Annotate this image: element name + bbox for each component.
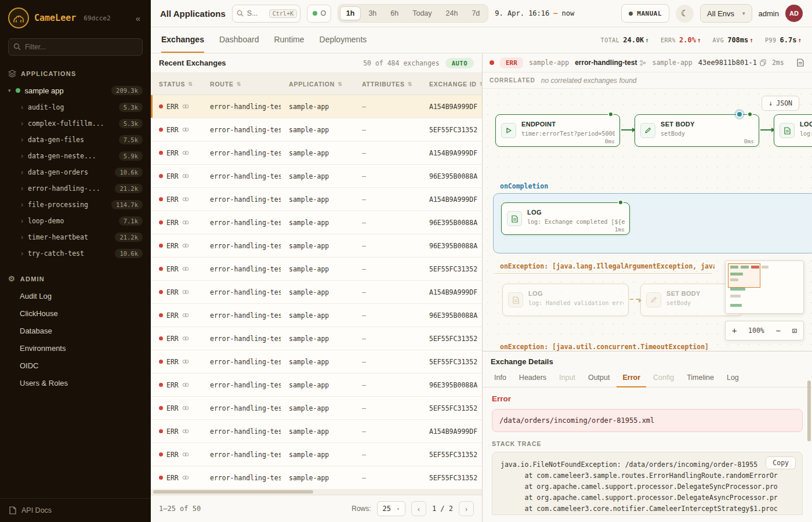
sidebar-route-item[interactable]: ›data-gen-orders10.6k xyxy=(0,164,151,180)
next-page-button[interactable]: › xyxy=(459,501,474,516)
detail-tab-output[interactable]: Output xyxy=(582,369,616,387)
tab-dashboard[interactable]: Dashboard xyxy=(219,27,259,53)
sidebar-route-item[interactable]: ›error-handling-...21.2k xyxy=(0,180,151,197)
detail-tab-error[interactable]: Error xyxy=(617,369,646,387)
time-range-1h[interactable]: 1h xyxy=(340,6,361,20)
exchange-row[interactable]: ERRerror-handling-testsample-app—5EF55FC… xyxy=(151,258,482,281)
sidebar-collapse-icon[interactable]: « xyxy=(133,12,143,24)
error-dot-icon xyxy=(159,360,163,364)
copy-button[interactable]: Copy xyxy=(766,456,796,469)
sidebar-route-item[interactable]: ›loop-demo7.1k xyxy=(0,213,151,229)
download-json-button[interactable]: ↓ JSON xyxy=(762,96,799,111)
exchange-row[interactable]: ERRerror-handling-testsample-app—5EF55FC… xyxy=(151,466,482,489)
exchange-row[interactable]: ERRerror-handling-testsample-app—A154B9A… xyxy=(151,142,482,165)
error-dot-icon xyxy=(159,197,163,201)
flow-node-exception-log[interactable]: LOG log: Handled validation error: ${exc… xyxy=(502,284,629,316)
flow-node-log[interactable]: LOG log: Sta xyxy=(774,114,812,147)
sidebar-route-item[interactable]: ›try-catch-test10.6k xyxy=(0,245,151,262)
live-toggle[interactable]: O xyxy=(307,5,331,23)
search-input[interactable] xyxy=(247,9,266,17)
sidebar-admin-item[interactable]: OIDC xyxy=(0,357,151,374)
table-header: STATUS⇅ROUTE⇅APPLICATION⇅ATTRIBUTES⇅EXCH… xyxy=(151,73,482,95)
column-header-attributes[interactable]: ATTRIBUTES⇅ xyxy=(354,81,421,88)
tab-exchanges[interactable]: Exchanges xyxy=(161,27,204,53)
prev-page-button[interactable]: ‹ xyxy=(411,501,426,516)
flow-node-completion-log[interactable]: LOG log: Exchange completed [${exchan 1m… xyxy=(501,202,630,235)
time-range-today[interactable]: Today xyxy=(406,6,438,20)
flow-node-set-body[interactable]: SET BODY setBody 0ms xyxy=(635,114,759,147)
flow-minimap[interactable] xyxy=(725,260,804,314)
horizontal-scrollbar[interactable] xyxy=(151,489,482,495)
fit-view-button[interactable]: ⊡ xyxy=(792,326,797,335)
api-docs-link[interactable]: API Docs xyxy=(0,498,151,522)
sidebar-admin-item[interactable]: Database xyxy=(0,322,151,339)
detail-tab-info[interactable]: Info xyxy=(488,369,512,387)
status-cell: ERR xyxy=(151,219,202,227)
auto-refresh-badge[interactable]: AUTO xyxy=(445,58,474,68)
sidebar-app-sample-app[interactable]: ▾ sample app 209.3k xyxy=(0,82,151,99)
detail-tab-timeline[interactable]: Timeline xyxy=(681,369,720,387)
exchange-row[interactable]: ERRerror-handling-testsample-app—96E395B… xyxy=(151,211,482,234)
zoom-out-button[interactable]: − xyxy=(775,326,780,335)
sidebar-route-item[interactable]: ›data-gen-neste...5.9k xyxy=(0,148,151,164)
exchange-row[interactable]: ERRerror-handling-testsample-app—96E395B… xyxy=(151,374,482,397)
sidebar-admin-item[interactable]: Audit Log xyxy=(0,287,151,304)
exchange-row[interactable]: ERRerror-handling-testsample-app—A154B9A… xyxy=(151,188,482,211)
time-range-24h[interactable]: 24h xyxy=(440,6,465,20)
flow-edge-dashed xyxy=(630,299,639,300)
detail-tab-log[interactable]: Log xyxy=(721,369,745,387)
time-range-7d[interactable]: 7d xyxy=(465,6,486,20)
sidebar-admin-item[interactable]: Users & Roles xyxy=(0,374,151,392)
application-cell: sample-app xyxy=(281,451,354,459)
minimap-viewport[interactable] xyxy=(728,263,760,288)
manual-refresh-button[interactable]: MANUAL xyxy=(621,4,669,23)
exchange-row[interactable]: ERRerror-handling-testsample-app—5EF55FC… xyxy=(151,118,482,142)
time-range-6h[interactable]: 6h xyxy=(384,6,405,20)
exchange-row[interactable]: ERRerror-handling-testsample-app—5EF55FC… xyxy=(151,397,482,420)
sidebar-route-item[interactable]: ›data-gen-files7.5k xyxy=(0,132,151,148)
sidebar-route-item[interactable]: ›complex-fulfillm...5.3k xyxy=(0,115,151,132)
exchange-row[interactable]: ERRerror-handling-testsample-app—5EF55FC… xyxy=(151,350,482,374)
sidebar-route-item[interactable]: ›timer-heartbeat21.2k xyxy=(0,229,151,245)
exchange-row[interactable]: ERRerror-handling-testsample-app—96E395B… xyxy=(151,165,482,188)
scrollbar-thumb[interactable] xyxy=(153,490,313,494)
flow-node-endpoint[interactable]: ENDPOINT timer:errorTest?period=5000&del… xyxy=(495,114,620,147)
time-range-3h[interactable]: 3h xyxy=(362,6,383,20)
avatar[interactable]: AD xyxy=(785,5,803,22)
tab-deployments[interactable]: Deployments xyxy=(320,27,367,53)
count-badge: 5.3k xyxy=(119,103,143,112)
log-file-icon[interactable] xyxy=(796,57,805,68)
exchange-row[interactable]: ERRerror-handling-testsample-app—5EF55FC… xyxy=(151,443,482,466)
exchange-row[interactable]: ERRerror-handling-testsample-app—96E395B… xyxy=(151,304,482,327)
sidebar-route-item[interactable]: ›file-processing114.7k xyxy=(0,197,151,213)
column-header-application[interactable]: APPLICATION⇅ xyxy=(281,81,354,88)
detail-tab-input[interactable]: Input xyxy=(553,369,581,387)
attributes-cell: — xyxy=(354,172,421,180)
exchange-row[interactable]: ERRerror-handling-testsample-app—A154B9A… xyxy=(151,420,482,443)
route-flow-canvas[interactable]: ↓ JSON ENDPOINT timer:errorTest?period=5… xyxy=(483,89,812,351)
page-size-select[interactable]: 25 ▾ xyxy=(377,501,405,516)
date-range-picker[interactable]: 9. Apr. 16:16 – now xyxy=(495,9,574,17)
copy-icon[interactable] xyxy=(760,59,766,66)
detail-tab-headers[interactable]: Headers xyxy=(513,369,552,387)
environment-select[interactable]: All Envs ▾ xyxy=(700,4,752,23)
filter-input[interactable] xyxy=(8,38,143,56)
attributes-cell: — xyxy=(354,126,421,134)
exchange-row[interactable]: ERRerror-handling-testsample-app—5EF55FC… xyxy=(151,327,482,350)
pagination-range: 1–25 of 50 xyxy=(159,505,201,513)
sidebar-admin-item[interactable]: Environments xyxy=(0,339,151,357)
vertical-scrollbar-thumb[interactable] xyxy=(807,380,811,441)
global-search[interactable]: Ctrl+K xyxy=(232,5,300,23)
zoom-in-button[interactable]: + xyxy=(732,326,737,335)
tab-runtime[interactable]: Runtime xyxy=(274,27,304,53)
column-header-route[interactable]: ROUTE⇅ xyxy=(202,81,281,88)
exchange-row[interactable]: ERRerror-handling-testsample-app—A154B9A… xyxy=(151,281,482,304)
column-header-status[interactable]: STATUS⇅ xyxy=(151,81,202,88)
exchange-row[interactable]: ERRerror-handling-testsample-app—96E395B… xyxy=(151,234,482,258)
exchange-row[interactable]: ERRerror-handling-testsample-app—A154B9A… xyxy=(151,95,482,118)
sidebar-admin-item[interactable]: ClickHouse xyxy=(0,304,151,322)
detail-tab-config[interactable]: Config xyxy=(647,369,680,387)
sidebar-route-item[interactable]: ›audit-log5.3k xyxy=(0,99,151,115)
dark-mode-toggle[interactable]: ☾ xyxy=(676,5,694,23)
column-header-exchange-id[interactable]: EXCHANGE ID⇅ xyxy=(421,81,482,88)
